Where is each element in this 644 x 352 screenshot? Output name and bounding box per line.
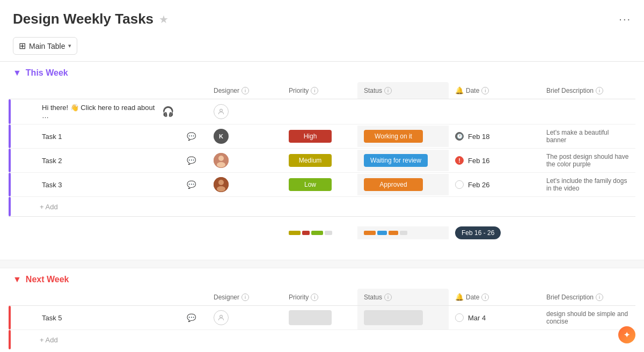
task3-spacer (11, 180, 35, 189)
hi-row-avatar (207, 100, 282, 123)
col-header-bar (9, 82, 35, 99)
col-header-description: Brief Description i (540, 82, 635, 99)
svg-point-2 (218, 156, 224, 161)
svg-point-5 (218, 180, 224, 185)
task3-avatar (207, 173, 282, 196)
hi-row: Hi there! 👋 Click here to read about … 🎧 (9, 99, 635, 124)
designer-info-icon-nw[interactable]: i (241, 294, 249, 301)
summary-row: Feb 16 - 26 (9, 216, 635, 249)
task2-status[interactable]: Waiting for review (357, 150, 449, 171)
status-badge[interactable]: Working on it (364, 130, 423, 143)
priority-info-icon[interactable]: i (311, 87, 318, 94)
task2-comment[interactable]: 💬 (180, 152, 207, 169)
task3-date: Feb 26 (449, 176, 540, 193)
task3-name: Task 3 (35, 177, 180, 193)
task3-status[interactable]: Approved (357, 174, 449, 195)
more-options-icon[interactable]: ··· (619, 13, 631, 25)
task1-priority[interactable]: High (282, 126, 357, 147)
task5-priority[interactable] (282, 306, 357, 329)
col-header-priority-nw: Priority i (282, 289, 357, 305)
task5-avatar (207, 306, 282, 329)
status-info-icon[interactable]: i (384, 87, 392, 94)
avatar-placeholder (214, 310, 229, 325)
col-header-task-nw (35, 289, 180, 305)
table-row: Task 2 💬 Medium Waiting for review (9, 149, 635, 173)
task1-comment[interactable]: 💬 (180, 128, 207, 145)
this-week-group-header: ▼ This Week (0, 62, 644, 82)
hi-row-text[interactable]: Hi there! 👋 Click here to read about … 🎧 (35, 99, 180, 124)
table-row: Task 1 💬 K High Working on it 🕐 Fe (9, 124, 635, 149)
task2-priority[interactable]: Medium (282, 150, 357, 171)
next-week-add-row: + Add (9, 330, 635, 349)
status-summary (357, 226, 449, 239)
svg-point-0 (220, 109, 223, 112)
col-header-status-nw: Status i (357, 289, 449, 305)
date-range-badge: Feb 16 - 26 (455, 226, 501, 239)
task3-description: Let's include the family dogs in the vid… (540, 173, 635, 196)
designer-info-icon[interactable]: i (241, 87, 249, 94)
date-info-icon-nw[interactable]: i (481, 294, 489, 301)
next-week-add-button[interactable]: + Add (35, 333, 62, 347)
col-header-designer-nw: Designer i (207, 289, 282, 305)
status-empty[interactable] (364, 310, 423, 325)
this-week-add-button[interactable]: + Add (35, 200, 62, 214)
task1-description: Let's make a beautiful banner (540, 124, 635, 148)
main-table-button[interactable]: ⊞ Main Table ▾ (13, 37, 77, 55)
page-header: Design Weekly Tasks ★ ··· (0, 0, 644, 33)
next-week-col-headers: Designer i Priority i Status i 🔔 Date i (9, 289, 635, 306)
star-icon[interactable]: ★ (159, 13, 169, 26)
status-badge[interactable]: Approved (364, 178, 423, 191)
this-week-add-row: + Add (9, 197, 635, 216)
col-header-task (35, 82, 180, 99)
task2-description: The post design should have the color pu… (540, 149, 635, 172)
table-row: Task 5 💬 (9, 306, 635, 330)
task1-spacer (11, 132, 35, 141)
task5-name: Task 5 (35, 310, 180, 326)
col-header-priority: Priority i (282, 82, 357, 99)
next-week-title: Next Week (26, 275, 69, 284)
col-header-status: Status i (357, 82, 449, 99)
next-week-table: Designer i Priority i Status i 🔔 Date i (0, 289, 644, 349)
priority-info-icon-nw[interactable]: i (311, 294, 318, 301)
task1-date: 🕐 Feb 18 (449, 128, 540, 145)
content-area: ▼ This Week Designer i Priority i Status (0, 62, 644, 352)
table-row: Task 3 💬 Low Approved (9, 173, 635, 197)
svg-point-6 (217, 186, 225, 192)
hi-row-spacer (11, 107, 35, 116)
desc-info-icon-nw[interactable]: i (596, 294, 603, 301)
priority-summary (282, 226, 357, 239)
task2-date: ! Feb 16 (449, 152, 540, 169)
section-divider (0, 260, 644, 268)
priority-empty[interactable] (289, 310, 332, 325)
page-title: Design Weekly Tasks (13, 11, 153, 27)
this-week-toggle[interactable]: ▼ (13, 68, 21, 78)
clock-icon: 🕐 (455, 132, 464, 141)
main-table-label: Main Table (29, 42, 65, 50)
date-info-icon[interactable]: i (481, 87, 489, 94)
task1-name: Task 1 (35, 128, 180, 145)
this-week-group: ▼ This Week Designer i Priority i Status (0, 62, 644, 249)
desc-info-icon[interactable]: i (596, 87, 603, 94)
alert-icon: ! (455, 156, 464, 165)
task1-status[interactable]: Working on it (357, 126, 449, 147)
task5-comment[interactable]: 💬 (180, 309, 207, 326)
task1-avatar: K (207, 124, 282, 148)
this-week-table: Designer i Priority i Status i 🔔 Date i (0, 82, 644, 249)
col-header-date: 🔔 Date i (449, 82, 540, 99)
avatar: K (214, 129, 229, 144)
task3-comment[interactable]: 💬 (180, 176, 207, 193)
avatar (214, 177, 229, 192)
priority-badge[interactable]: Low (289, 178, 332, 191)
task3-priority[interactable]: Low (282, 174, 357, 195)
priority-badge[interactable]: High (289, 130, 332, 143)
date-range-summary: Feb 16 - 26 (449, 222, 540, 244)
table-icon: ⊞ (19, 41, 26, 51)
next-week-toggle[interactable]: ▼ (13, 275, 21, 284)
col-header-bar-nw (9, 289, 35, 305)
priority-badge[interactable]: Medium (289, 154, 332, 167)
status-info-icon-nw[interactable]: i (384, 294, 392, 301)
task5-status[interactable] (357, 306, 449, 329)
col-header-comment (180, 82, 207, 99)
avatar-placeholder (214, 104, 229, 119)
status-badge[interactable]: Waiting for review (364, 154, 428, 167)
